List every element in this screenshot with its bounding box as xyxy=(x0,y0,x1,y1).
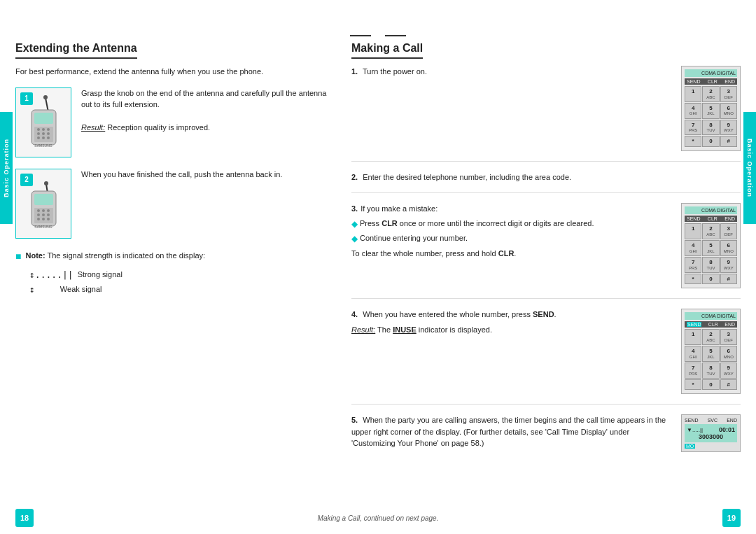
antenna-weak-icon: ↕ xyxy=(29,283,35,297)
step5-display: SEND SVC END ▼.....|| 00:01 3003000 xyxy=(681,414,741,452)
svg-point-1 xyxy=(43,95,48,99)
svg-point-26 xyxy=(37,218,40,220)
step1-badge: 1 xyxy=(20,92,33,105)
right-tab-label: Basic Operation xyxy=(746,139,753,197)
send-btn-label: SEND xyxy=(685,418,698,423)
display-screen-box: SEND SVC END ▼.....|| 00:01 3003000 xyxy=(681,414,741,452)
step1-text: Grasp the knob on the end of the antenna… xyxy=(81,87,337,134)
keypad-illustration-4: CDMA DIGITAL SENDCLREND 1 2ABC 3DEF 4GHI… xyxy=(681,309,741,394)
page-number-left: 18 xyxy=(15,509,34,527)
svg-text:SAMSUNG: SAMSUNG xyxy=(34,143,52,148)
left-side-tab: Basic Operation xyxy=(0,112,13,224)
svg-point-27 xyxy=(42,218,45,220)
number-display: 3003000 xyxy=(687,433,735,440)
right-step-3: 3.If you make a mistake: ◆ Press CLR onc… xyxy=(351,203,741,299)
svc-label: SVC xyxy=(708,418,718,423)
clr-bold: CLR xyxy=(382,219,398,227)
strong-signal-label: Strong signal xyxy=(78,269,122,281)
step1-result-label: Result: xyxy=(81,123,105,132)
weak-signal-label: Weak signal xyxy=(60,283,102,296)
svg-point-24 xyxy=(42,213,45,216)
step2-badge: 2 xyxy=(20,174,33,186)
svg-point-7 xyxy=(47,128,50,131)
step2-phone-illustration: 2 xyxy=(15,169,71,239)
step3-bullet1: ◆ Press CLR once or more until the incor… xyxy=(351,218,673,230)
right-step-1: 1. Turn the power on. CDMA DIGITAL SENDC… xyxy=(351,66,741,162)
keypad-illustration-3: CDMA DIGITAL SENDCLREND 1 2ABC 3DEF 4GHI… xyxy=(681,203,741,288)
bullet1-icon: ◆ xyxy=(351,218,358,230)
keypad-illustration-1: CDMA DIGITAL SENDCLREND 1 2ABC 3DEF 4GHI… xyxy=(681,66,741,151)
continued-note: Making a Call, continued on next page. xyxy=(318,514,439,522)
svg-point-9 xyxy=(42,132,45,135)
right-step-2: 2. Enter the desired telephone number, i… xyxy=(351,171,741,194)
svg-point-20 xyxy=(37,209,40,212)
step3-keypad: CDMA DIGITAL SENDCLREND 1 2ABC 3DEF 4GHI… xyxy=(681,203,741,288)
step4-result: Result: The INUSE indicator is displayed… xyxy=(351,324,673,336)
right-section-title: Making a Call xyxy=(351,42,423,59)
svg-point-16 xyxy=(44,181,48,185)
left-section-title: Extending the Antenna xyxy=(15,42,137,59)
right-step2-text: 2. Enter the desired telephone number, i… xyxy=(351,171,673,183)
svg-point-5 xyxy=(37,128,40,131)
note-label: Note: xyxy=(25,251,45,260)
step1-phone-illustration: 1 xyxy=(15,87,71,157)
left-column: Extending the Antenna For best performan… xyxy=(15,42,337,499)
bullet2-icon: ◆ xyxy=(351,232,358,245)
top-decorative-lines xyxy=(350,35,406,36)
antenna-strong-icon: ↕.....|| xyxy=(29,268,74,283)
weak-signal-row: ↕ Weak signal xyxy=(29,283,337,297)
step-2-row: 2 xyxy=(15,169,337,239)
step3-clear-all: To clear the whole number, press and hol… xyxy=(351,248,673,260)
svg-point-25 xyxy=(47,213,50,216)
svg-point-22 xyxy=(47,209,50,212)
mo-indicator: MO xyxy=(685,444,695,449)
signal-display: ▼.....|| xyxy=(687,427,703,433)
svg-point-10 xyxy=(47,132,50,135)
step1-result-text: Reception quality is improved. xyxy=(107,123,210,132)
bottom-bar: 18 Making a Call, continued on next page… xyxy=(15,509,741,527)
svg-point-6 xyxy=(42,128,45,131)
step4-keypad: CDMA DIGITAL SENDCLREND 1 2ABC 3DEF 4GHI… xyxy=(681,309,741,394)
right-step-5: 5. When the party you are calling answer… xyxy=(351,414,741,462)
left-intro-text: For best performance, extend the antenna… xyxy=(15,66,337,78)
svg-point-23 xyxy=(37,213,40,216)
phone-display: ▼.....|| 00:01 3003000 xyxy=(685,424,737,442)
svg-point-13 xyxy=(47,136,50,139)
right-step4-text: 4. When you have entered the whole numbe… xyxy=(351,309,673,335)
right-step3-text: 3.If you make a mistake: ◆ Press CLR onc… xyxy=(351,203,673,259)
svg-point-12 xyxy=(42,136,45,139)
right-step-4: 4. When you have entered the whole numbe… xyxy=(351,309,741,405)
svg-point-28 xyxy=(47,218,50,220)
svg-rect-3 xyxy=(34,113,53,124)
svg-text:SAMSUNG: SAMSUNG xyxy=(34,225,52,229)
note-box: ■ Note: The signal strength is indicated… xyxy=(15,250,337,297)
svg-point-8 xyxy=(37,132,40,135)
strong-signal-row: ↕.....|| Strong signal xyxy=(29,268,337,283)
step-1-row: 1 xyxy=(15,87,337,157)
right-side-tab: Basic Operation xyxy=(743,112,756,224)
page-number-right: 19 xyxy=(722,509,741,527)
step2-text: When you have finished the call, push th… xyxy=(81,169,337,181)
left-tab-label: Basic Operation xyxy=(3,139,10,197)
page-container: Basic Operation Basic Operation Extendin… xyxy=(0,0,756,534)
svg-point-21 xyxy=(42,209,45,212)
step3-bullet2: ◆ Continue entering your number. xyxy=(351,232,673,245)
right-column: Making a Call 1. Turn the power on. CDMA… xyxy=(351,42,741,499)
svg-rect-18 xyxy=(34,194,53,205)
note-text: The signal strength is indicated on the … xyxy=(47,251,205,260)
right-step5-text: 5. When the party you are calling answer… xyxy=(351,414,673,449)
svg-point-11 xyxy=(37,136,40,139)
right-step1-text: 1. Turn the power on. xyxy=(351,66,673,78)
end-btn-label: END xyxy=(727,418,737,423)
step1-keypad: CDMA DIGITAL SENDCLREND 1 2ABC 3DEF 4GHI… xyxy=(681,66,741,151)
main-content: Extending the Antenna For best performan… xyxy=(15,42,741,499)
time-display: 00:01 xyxy=(719,426,735,433)
right-steps: 1. Turn the power on. CDMA DIGITAL SENDC… xyxy=(351,66,741,462)
